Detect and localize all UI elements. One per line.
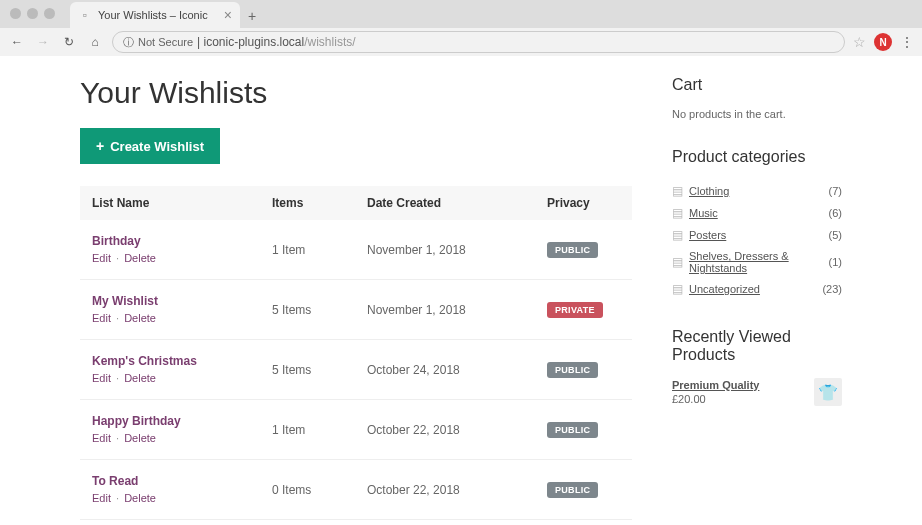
edit-link[interactable]: Edit — [92, 492, 111, 504]
category-item[interactable]: ▤Shelves, Dressers & Nightstands(1) — [672, 246, 842, 278]
table-row: To ReadEdit · Delete0 ItemsOctober 22, 2… — [80, 459, 632, 519]
edit-link[interactable]: Edit — [92, 432, 111, 444]
date-created: October 22, 2018 — [367, 483, 547, 497]
wishlists-table: List Name Items Date Created Privacy Bir… — [80, 186, 632, 525]
category-count: (23) — [822, 283, 842, 295]
wishlist-name-link[interactable]: Birthday — [92, 234, 272, 248]
date-created: October 24, 2018 — [367, 363, 547, 377]
date-created: November 1, 2018 — [367, 303, 547, 317]
category-label: Posters — [689, 229, 726, 241]
sidebar: Cart No products in the cart. Product ca… — [672, 76, 842, 525]
wishlist-name-link[interactable]: My Wishlist — [92, 294, 272, 308]
recent-product[interactable]: Premium Quality £20.00 👕 — [672, 378, 842, 406]
date-created: October 22, 2018 — [367, 423, 547, 437]
category-item[interactable]: ▤Posters(5) — [672, 224, 842, 246]
items-count: 0 Items — [272, 483, 367, 497]
wishlist-name-link[interactable]: Happy Birthday — [92, 414, 272, 428]
category-label: Uncategorized — [689, 283, 760, 295]
new-tab-button[interactable]: + — [248, 8, 256, 28]
privacy-badge: PRIVATE — [547, 302, 603, 318]
table-header: List Name Items Date Created Privacy — [80, 186, 632, 220]
url-host: iconic-plugins.local — [203, 35, 304, 49]
cart-title: Cart — [672, 76, 842, 94]
category-count: (7) — [829, 185, 842, 197]
recent-widget: Recently Viewed Products Premium Quality… — [672, 328, 842, 406]
maximize-window-icon[interactable] — [44, 8, 55, 19]
category-item[interactable]: ▤Clothing(7) — [672, 180, 842, 202]
privacy-badge: PUBLIC — [547, 422, 598, 438]
category-count: (5) — [829, 229, 842, 241]
items-count: 5 Items — [272, 303, 367, 317]
edit-link[interactable]: Edit — [92, 312, 111, 324]
url-path: /wishlists/ — [304, 35, 355, 49]
reload-button[interactable]: ↻ — [60, 33, 78, 51]
category-label: Music — [689, 207, 718, 219]
create-wishlist-button[interactable]: + Create Wishlist — [80, 128, 220, 164]
wishlist-name-link[interactable]: Kemp's Christmas — [92, 354, 272, 368]
browser-tab[interactable]: ▫ Your Wishlists – Iconic × — [70, 2, 240, 28]
privacy-badge: PUBLIC — [547, 242, 598, 258]
minimize-window-icon[interactable] — [27, 8, 38, 19]
cart-empty-message: No products in the cart. — [672, 108, 842, 120]
privacy-badge: PUBLIC — [547, 362, 598, 378]
tab-title: Your Wishlists – Iconic — [98, 9, 208, 21]
product-thumbnail: 👕 — [814, 378, 842, 406]
delete-link[interactable]: Delete — [124, 372, 156, 384]
forward-button[interactable]: → — [34, 33, 52, 51]
wishlist-name-link[interactable]: To Read — [92, 474, 272, 488]
folder-icon: ▤ — [672, 255, 683, 269]
date-created: November 1, 2018 — [367, 243, 547, 257]
page-icon: ▫ — [78, 8, 92, 22]
window-controls — [10, 8, 55, 19]
close-window-icon[interactable] — [10, 8, 21, 19]
delete-link[interactable]: Delete — [124, 492, 156, 504]
security-indicator[interactable]: ⓘ Not Secure — [123, 35, 193, 50]
main-content: Your Wishlists + Create Wishlist List Na… — [80, 76, 632, 525]
edit-link[interactable]: Edit — [92, 372, 111, 384]
categories-title: Product categories — [672, 148, 842, 166]
folder-icon: ▤ — [672, 206, 683, 220]
edit-link[interactable]: Edit — [92, 252, 111, 264]
items-count: 5 Items — [272, 363, 367, 377]
category-count: (1) — [829, 256, 842, 268]
items-count: 1 Item — [272, 243, 367, 257]
privacy-badge: PUBLIC — [547, 482, 598, 498]
home-button[interactable]: ⌂ — [86, 33, 104, 51]
delete-link[interactable]: Delete — [124, 432, 156, 444]
profile-avatar[interactable]: N — [874, 33, 892, 51]
col-header-privacy: Privacy — [547, 196, 620, 210]
table-row: My WishlistEdit · Delete5 ItemsNovember … — [80, 279, 632, 339]
category-item[interactable]: ▤Uncategorized(23) — [672, 278, 842, 300]
col-header-name: List Name — [92, 196, 272, 210]
browser-chrome: ▫ Your Wishlists – Iconic × + ← → ↻ ⌂ ⓘ … — [0, 0, 922, 56]
category-label: Clothing — [689, 185, 729, 197]
menu-icon[interactable]: ⋮ — [900, 34, 914, 50]
bookmark-icon[interactable]: ☆ — [853, 34, 866, 50]
cart-widget: Cart No products in the cart. — [672, 76, 842, 120]
product-name: Premium Quality — [672, 379, 806, 391]
page-title: Your Wishlists — [80, 76, 632, 110]
category-item[interactable]: ▤Music(6) — [672, 202, 842, 224]
delete-link[interactable]: Delete — [124, 312, 156, 324]
address-bar: ← → ↻ ⌂ ⓘ Not Secure | iconic-plugins.lo… — [0, 28, 922, 56]
product-price: £20.00 — [672, 393, 706, 405]
category-count: (6) — [829, 207, 842, 219]
table-row: BirthdayEdit · Delete1 ItemNovember 1, 2… — [80, 220, 632, 279]
folder-icon: ▤ — [672, 184, 683, 198]
plus-icon: + — [96, 138, 104, 154]
categories-widget: Product categories ▤Clothing(7)▤Music(6)… — [672, 148, 842, 300]
table-row: Kemp's ChristmasEdit · Delete5 ItemsOcto… — [80, 339, 632, 399]
folder-icon: ▤ — [672, 228, 683, 242]
table-row: Happy BirthdayEdit · Delete1 ItemOctober… — [80, 399, 632, 459]
tab-bar: ▫ Your Wishlists – Iconic × + — [0, 0, 922, 28]
url-input[interactable]: ⓘ Not Secure | iconic-plugins.local/wish… — [112, 31, 845, 53]
table-row: Want!Edit · Delete1 ItemOctober 22, 2018… — [80, 519, 632, 525]
back-button[interactable]: ← — [8, 33, 26, 51]
recent-title: Recently Viewed Products — [672, 328, 842, 364]
items-count: 1 Item — [272, 423, 367, 437]
close-tab-icon[interactable]: × — [224, 7, 232, 23]
category-label: Shelves, Dressers & Nightstands — [689, 250, 829, 274]
delete-link[interactable]: Delete — [124, 252, 156, 264]
col-header-date: Date Created — [367, 196, 547, 210]
col-header-items: Items — [272, 196, 367, 210]
